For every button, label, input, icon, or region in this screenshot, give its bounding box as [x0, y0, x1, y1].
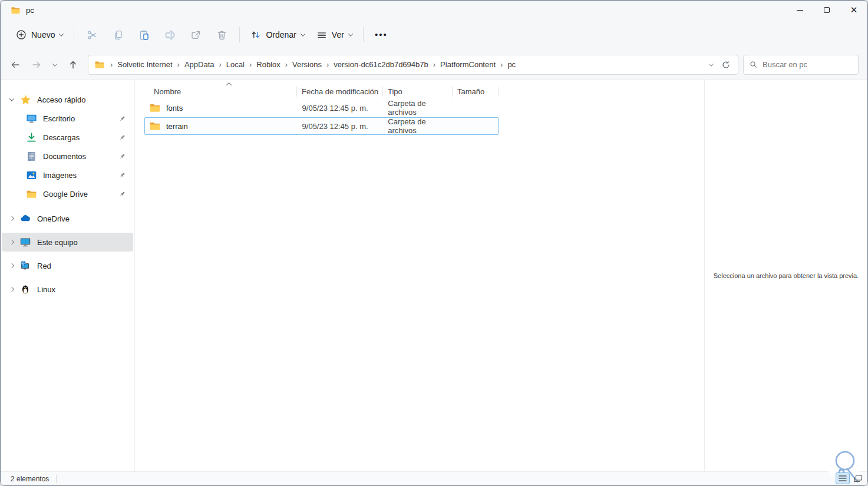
rename-button[interactable] — [157, 25, 183, 45]
recent-locations-button[interactable] — [48, 55, 62, 75]
chevron-right-icon[interactable] — [4, 217, 19, 220]
breadcrumb-item[interactable]: version-dc61c2db7d694b7b — [329, 58, 432, 71]
minimize-button[interactable] — [786, 1, 813, 19]
close-button[interactable]: ✕ — [840, 1, 867, 19]
cut-button[interactable] — [79, 25, 105, 45]
chevron-right-icon[interactable] — [4, 264, 19, 267]
search-input[interactable] — [763, 60, 852, 69]
breadcrumb-separator: › — [219, 60, 222, 69]
toolbar-divider — [239, 27, 240, 42]
new-button[interactable]: Nuevo — [10, 25, 69, 44]
arrow-left-icon — [10, 59, 21, 70]
large-icons-view-button[interactable] — [851, 472, 865, 484]
chevron-down-icon[interactable] — [4, 98, 19, 101]
breadcrumb-item[interactable]: Versions — [288, 58, 326, 71]
sort-button[interactable]: Ordenar — [245, 25, 310, 44]
breadcrumb-item[interactable]: pc — [503, 58, 520, 71]
more-options-button[interactable]: ••• — [368, 29, 394, 41]
sidebar-item-este-equipo[interactable]: Este equipo — [2, 233, 133, 252]
toolbar-divider — [363, 27, 364, 42]
copy-button[interactable] — [105, 25, 131, 45]
column-header-tipo[interactable]: Tipo — [383, 87, 452, 98]
sidebar-item-linux[interactable]: Linux — [2, 280, 133, 299]
file-explorer-window: pc ✕ Nuevo — [0, 0, 868, 486]
desktop-icon — [25, 113, 37, 124]
back-button[interactable] — [5, 55, 25, 75]
details-view-icon — [839, 475, 847, 482]
plus-circle-icon — [16, 29, 27, 40]
breadcrumb-item[interactable]: AppData — [180, 58, 219, 71]
maximize-icon — [824, 7, 830, 13]
sidebar-item-label: Google Drive — [43, 190, 88, 199]
details-view-button[interactable] — [836, 472, 850, 484]
refresh-button[interactable] — [721, 60, 731, 70]
trash-icon — [216, 29, 227, 41]
file-row-fonts[interactable]: fonts 9/05/23 12:45 p. m. Carpeta de arc… — [144, 99, 499, 117]
command-toolbar: Nuevo — [1, 19, 867, 50]
folder-icon — [94, 59, 105, 70]
chevron-down-icon — [709, 61, 714, 66]
arrow-right-icon — [31, 59, 42, 70]
sort-button-label: Ordenar — [266, 30, 296, 39]
sidebar-item-descargas[interactable]: Descargas — [2, 128, 133, 147]
breadcrumb-item[interactable]: PlatformContent — [436, 58, 500, 71]
chevron-right-icon[interactable] — [4, 240, 19, 244]
pin-icon[interactable] — [118, 190, 126, 198]
share-button[interactable] — [183, 25, 209, 45]
sidebar-item-red[interactable]: Red — [2, 256, 133, 275]
new-button-label: Nuevo — [31, 30, 55, 39]
paste-button[interactable] — [131, 25, 157, 45]
delete-button[interactable] — [209, 25, 235, 45]
star-icon — [19, 94, 31, 105]
sidebar-item-escritorio[interactable]: Escritorio — [2, 109, 133, 128]
explorer-tab[interactable]: pc — [1, 1, 42, 19]
file-type: Carpeta de archivos — [382, 117, 452, 135]
address-bar[interactable]: › Solvetic Internet › AppData › Local › … — [88, 55, 738, 75]
chevron-down-icon — [59, 31, 64, 36]
pin-icon[interactable] — [118, 134, 126, 141]
scissors-icon — [87, 29, 98, 41]
file-modified: 9/05/23 12:45 p. m. — [297, 104, 383, 113]
pin-icon[interactable] — [118, 171, 126, 179]
file-row-terrain[interactable]: terrain 9/05/23 12:45 p. m. Carpeta de a… — [144, 117, 499, 135]
breadcrumb-item[interactable]: Solvetic Internet — [113, 58, 176, 71]
pin-icon[interactable] — [118, 115, 126, 123]
sidebar-item-google-drive[interactable]: Google Drive — [2, 184, 133, 203]
search-icon — [750, 60, 757, 69]
chevron-down-icon — [348, 31, 353, 36]
window-controls: ✕ — [786, 1, 867, 19]
sidebar-item-label: Este equipo — [37, 238, 78, 247]
search-box — [743, 55, 859, 75]
breadcrumb-item[interactable]: Local — [222, 58, 249, 71]
column-divider[interactable] — [499, 87, 499, 97]
column-header-nombre[interactable]: Nombre — [144, 87, 296, 98]
title-bar: pc ✕ — [1, 1, 867, 19]
close-icon: ✕ — [850, 6, 858, 15]
sidebar-item-label: Escritorio — [43, 114, 75, 123]
column-header-fecha[interactable]: Fecha de modificación — [297, 87, 382, 98]
view-button[interactable]: Ver — [311, 25, 358, 44]
file-list-area: Nombre Fecha de modificación Tipo Tamaño… — [135, 80, 704, 471]
sidebar-item-imagenes[interactable]: Imágenes — [2, 166, 133, 184]
folder-icon — [11, 5, 21, 15]
breadcrumb-item[interactable]: Roblox — [252, 58, 284, 71]
pin-icon[interactable] — [118, 153, 126, 160]
up-button[interactable] — [63, 55, 83, 75]
address-dropdown-button[interactable] — [709, 63, 713, 67]
minimize-icon — [797, 10, 803, 11]
sidebar-item-documentos[interactable]: Documentos — [2, 147, 133, 166]
forward-button[interactable] — [27, 55, 47, 75]
address-row: › Solvetic Internet › AppData › Local › … — [1, 50, 867, 80]
sort-ascending-icon — [226, 82, 232, 86]
linux-penguin-icon — [19, 283, 31, 295]
folder-icon — [149, 120, 161, 132]
file-type: Carpeta de archivos — [382, 99, 452, 117]
column-header-tamano[interactable]: Tamaño — [453, 87, 499, 98]
chevron-right-icon[interactable] — [4, 287, 19, 291]
sidebar-item-quick-access[interactable]: Acceso rápido — [2, 90, 133, 109]
sidebar-item-label: Descargas — [43, 133, 80, 142]
rename-icon — [164, 29, 176, 41]
sidebar-item-onedrive[interactable]: OneDrive — [2, 209, 133, 228]
tab-title: pc — [26, 6, 34, 15]
maximize-button[interactable] — [813, 1, 840, 19]
